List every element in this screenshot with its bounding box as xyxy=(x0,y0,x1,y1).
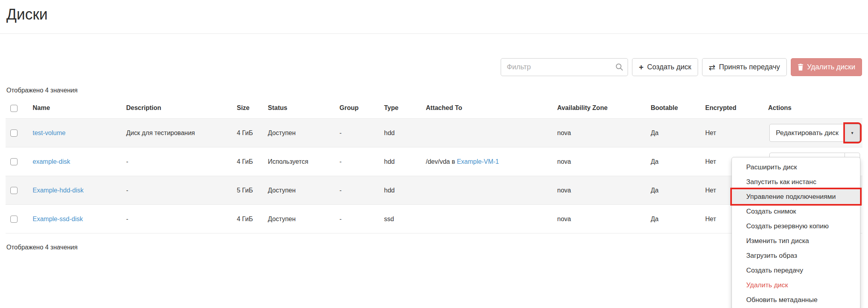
table-summary-top: Отображено 4 значения xyxy=(6,87,868,94)
attached-device: /dev/vda в xyxy=(426,158,457,165)
actions-dropdown-menu: Расширить диск Запустить как инстанс Упр… xyxy=(731,157,860,308)
attached-to-cell: /dev/vda в Example-VM-1 xyxy=(423,147,554,176)
actions-cell: Редактировать диск ▼ xyxy=(765,119,862,147)
row-checkbox[interactable] xyxy=(10,129,18,137)
row-checkbox[interactable] xyxy=(10,216,18,223)
column-header[interactable]: Group xyxy=(336,98,381,119)
page-title: Диски xyxy=(6,6,868,24)
plus-icon: + xyxy=(639,63,644,71)
name-cell: example-disk xyxy=(29,147,123,176)
volume-name-link[interactable]: Example-ssd-disk xyxy=(33,216,83,222)
accept-transfer-label: Принять передачу xyxy=(719,63,780,71)
column-header[interactable]: Size xyxy=(234,98,265,119)
menu-item[interactable]: Обновить метаданные xyxy=(732,292,860,307)
size-cell: 4 ГиБ xyxy=(234,147,265,176)
availability-zone-cell: nova xyxy=(554,205,648,233)
volume-name-link[interactable]: test-volume xyxy=(33,129,66,136)
menu-item[interactable]: Создать передачу xyxy=(732,263,860,278)
attached-to-cell xyxy=(423,119,554,147)
table-header-row: NameDescriptionSizeStatusGroupTypeAttach… xyxy=(6,98,862,119)
filter-box xyxy=(501,58,628,76)
delete-volumes-label: Удалить диски xyxy=(807,63,855,71)
size-cell: 4 ГиБ xyxy=(234,205,265,233)
group-cell: - xyxy=(336,147,381,176)
menu-item[interactable]: Управление подключениями xyxy=(732,189,860,204)
type-cell: hdd xyxy=(381,119,423,147)
column-header[interactable]: Encrypted xyxy=(702,98,765,119)
caret-down-icon: ▼ xyxy=(850,131,854,135)
create-volume-button[interactable]: + Создать диск xyxy=(632,58,698,76)
delete-volumes-button[interactable]: Удалить диски xyxy=(791,58,862,76)
bootable-cell: Да xyxy=(648,176,702,205)
column-header[interactable]: Availability Zone xyxy=(554,98,648,119)
size-cell: 5 ГиБ xyxy=(234,176,265,205)
status-cell: Доступен xyxy=(265,176,336,205)
menu-item[interactable]: Загрузить образ xyxy=(732,248,860,263)
name-cell: Example-ssd-disk xyxy=(29,205,123,233)
create-volume-label: Создать диск xyxy=(647,63,691,71)
column-header[interactable]: Description xyxy=(123,98,234,119)
attached-vm-link[interactable]: Example-VM-1 xyxy=(457,158,499,165)
status-cell: Доступен xyxy=(265,119,336,147)
name-cell: Example-hdd-disk xyxy=(29,176,123,205)
column-header[interactable]: Actions xyxy=(765,98,862,119)
attached-to-cell xyxy=(423,176,554,205)
column-header[interactable]: Status xyxy=(265,98,336,119)
actions-caret-button[interactable]: ▼ xyxy=(845,124,860,142)
type-cell: ssd xyxy=(381,205,423,233)
bootable-cell: Да xyxy=(648,147,702,176)
select-all-checkbox[interactable] xyxy=(10,105,18,112)
volume-name-link[interactable]: example-disk xyxy=(33,158,70,165)
table-row: test-volume Диск для тестирования 4 ГиБ … xyxy=(6,119,862,147)
type-cell: hdd xyxy=(381,176,423,205)
column-header[interactable]: Name xyxy=(29,98,123,119)
availability-zone-cell: nova xyxy=(554,147,648,176)
description-cell: Диск для тестирования xyxy=(123,119,234,147)
availability-zone-cell: nova xyxy=(554,176,648,205)
type-cell: hdd xyxy=(381,147,423,176)
bootable-cell: Да xyxy=(648,205,702,233)
menu-item[interactable]: Запустить как инстанс xyxy=(732,175,860,189)
menu-item[interactable]: Создать резервную копию xyxy=(732,219,860,233)
menu-item[interactable]: Создать снимок xyxy=(732,204,860,219)
description-cell: - xyxy=(123,205,234,233)
bootable-cell: Да xyxy=(648,119,702,147)
encrypted-cell: Нет xyxy=(702,119,765,147)
row-checkbox[interactable] xyxy=(10,158,18,165)
description-cell: - xyxy=(123,176,234,205)
name-cell: test-volume xyxy=(29,119,123,147)
filter-input[interactable] xyxy=(501,58,628,76)
transfer-icon: ⇄ xyxy=(709,63,716,71)
group-cell: - xyxy=(336,119,381,147)
column-header[interactable]: Bootable xyxy=(648,98,702,119)
row-select-cell xyxy=(6,176,29,205)
volume-name-link[interactable]: Example-hdd-disk xyxy=(33,187,84,194)
row-select-cell xyxy=(6,119,29,147)
accept-transfer-button[interactable]: ⇄ Принять передачу xyxy=(702,58,787,76)
table-toolbar: + Создать диск ⇄ Принять передачу Удалит… xyxy=(501,58,862,76)
description-cell: - xyxy=(123,147,234,176)
group-cell: - xyxy=(336,205,381,233)
menu-item[interactable]: Изменить тип диска xyxy=(732,233,860,248)
menu-item[interactable]: Расширить диск xyxy=(732,160,860,175)
menu-item[interactable]: Удалить диск xyxy=(732,278,860,292)
availability-zone-cell: nova xyxy=(554,119,648,147)
column-header[interactable]: Type xyxy=(381,98,423,119)
row-checkbox[interactable] xyxy=(10,187,18,194)
trash-icon xyxy=(798,64,804,71)
status-cell: Используется xyxy=(265,147,336,176)
size-cell: 4 ГиБ xyxy=(234,119,265,147)
row-select-cell xyxy=(6,147,29,176)
group-cell: - xyxy=(336,176,381,205)
status-cell: Доступен xyxy=(265,205,336,233)
header-divider xyxy=(0,33,868,34)
row-select-cell xyxy=(6,205,29,233)
action-button-group: Редактировать диск ▼ xyxy=(768,124,860,142)
select-all-cell xyxy=(6,98,29,119)
attached-to-cell xyxy=(423,205,554,233)
column-header[interactable]: Attached To xyxy=(423,98,554,119)
edit-volume-button[interactable]: Редактировать диск xyxy=(769,124,845,142)
